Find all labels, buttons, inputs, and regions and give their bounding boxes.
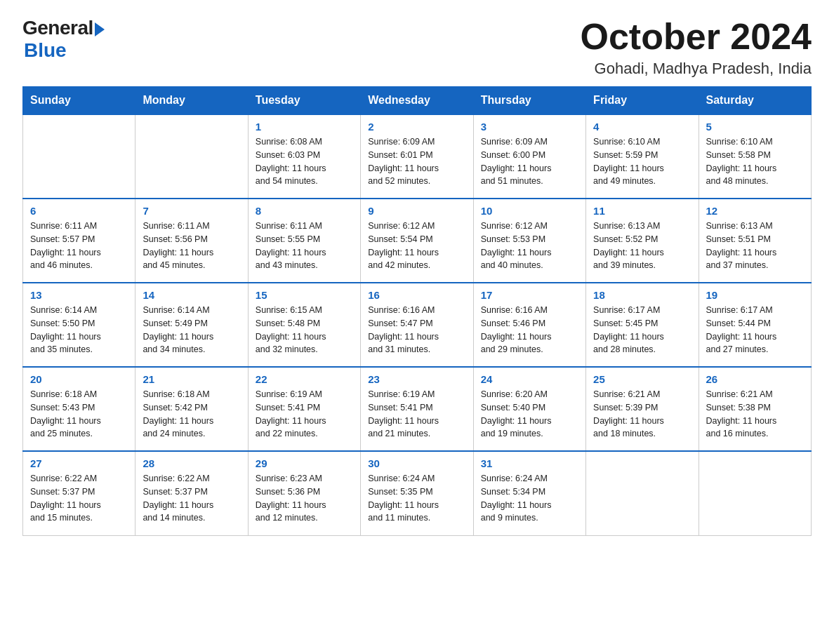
- week-row-1: 1Sunrise: 6:08 AM Sunset: 6:03 PM Daylig…: [23, 114, 812, 199]
- calendar-cell: 12Sunrise: 6:13 AM Sunset: 5:51 PM Dayli…: [699, 199, 811, 283]
- day-info: Sunrise: 6:10 AM Sunset: 5:59 PM Dayligh…: [593, 135, 691, 188]
- day-info: Sunrise: 6:17 AM Sunset: 5:44 PM Dayligh…: [706, 304, 804, 356]
- col-header-sunday: Sunday: [23, 87, 135, 115]
- day-info: Sunrise: 6:19 AM Sunset: 5:41 PM Dayligh…: [368, 388, 465, 441]
- calendar-cell: 15Sunrise: 6:15 AM Sunset: 5:48 PM Dayli…: [248, 283, 360, 367]
- calendar-cell: 11Sunrise: 6:13 AM Sunset: 5:52 PM Dayli…: [586, 199, 699, 283]
- day-number: 5: [706, 121, 804, 133]
- col-header-monday: Monday: [135, 87, 248, 115]
- day-info: Sunrise: 6:21 AM Sunset: 5:38 PM Dayligh…: [706, 388, 804, 441]
- logo-arrow-icon: [95, 22, 105, 36]
- day-number: 28: [143, 457, 240, 469]
- month-title: October 2024: [581, 17, 812, 57]
- calendar-cell: 7Sunrise: 6:11 AM Sunset: 5:56 PM Daylig…: [135, 199, 248, 283]
- day-info: Sunrise: 6:12 AM Sunset: 5:53 PM Dayligh…: [481, 220, 578, 272]
- week-row-5: 27Sunrise: 6:22 AM Sunset: 5:37 PM Dayli…: [23, 451, 812, 535]
- calendar-cell: 10Sunrise: 6:12 AM Sunset: 5:53 PM Dayli…: [473, 199, 585, 283]
- calendar-cell: 23Sunrise: 6:19 AM Sunset: 5:41 PM Dayli…: [361, 367, 473, 451]
- day-info: Sunrise: 6:23 AM Sunset: 5:36 PM Dayligh…: [256, 472, 353, 525]
- day-info: Sunrise: 6:24 AM Sunset: 5:35 PM Dayligh…: [368, 472, 465, 525]
- calendar-cell: 6Sunrise: 6:11 AM Sunset: 5:57 PM Daylig…: [23, 199, 135, 283]
- day-info: Sunrise: 6:11 AM Sunset: 5:57 PM Dayligh…: [30, 220, 128, 272]
- calendar-cell: 13Sunrise: 6:14 AM Sunset: 5:50 PM Dayli…: [23, 283, 135, 367]
- day-number: 17: [481, 289, 578, 301]
- logo-general-text: General: [22, 17, 93, 39]
- day-number: 24: [481, 373, 578, 385]
- col-header-thursday: Thursday: [473, 87, 585, 115]
- day-info: Sunrise: 6:13 AM Sunset: 5:52 PM Dayligh…: [593, 220, 691, 272]
- calendar-cell: 29Sunrise: 6:23 AM Sunset: 5:36 PM Dayli…: [248, 451, 360, 535]
- day-headers-row: SundayMondayTuesdayWednesdayThursdayFrid…: [23, 87, 812, 115]
- day-number: 3: [481, 121, 578, 133]
- calendar-cell: 16Sunrise: 6:16 AM Sunset: 5:47 PM Dayli…: [361, 283, 473, 367]
- day-number: 11: [593, 205, 691, 217]
- day-number: 9: [368, 205, 465, 217]
- day-number: 18: [593, 289, 691, 301]
- calendar-cell: 14Sunrise: 6:14 AM Sunset: 5:49 PM Dayli…: [135, 283, 248, 367]
- calendar-cell: [586, 451, 699, 535]
- calendar-cell: 20Sunrise: 6:18 AM Sunset: 5:43 PM Dayli…: [23, 367, 135, 451]
- day-number: 21: [143, 373, 240, 385]
- day-number: 31: [481, 457, 578, 469]
- col-header-tuesday: Tuesday: [248, 87, 360, 115]
- day-number: 1: [256, 121, 353, 133]
- week-row-2: 6Sunrise: 6:11 AM Sunset: 5:57 PM Daylig…: [23, 199, 812, 283]
- day-info: Sunrise: 6:13 AM Sunset: 5:51 PM Dayligh…: [706, 220, 804, 272]
- day-info: Sunrise: 6:15 AM Sunset: 5:48 PM Dayligh…: [256, 304, 353, 356]
- calendar-cell: [135, 114, 248, 199]
- calendar-cell: 19Sunrise: 6:17 AM Sunset: 5:44 PM Dayli…: [699, 283, 811, 367]
- day-number: 26: [706, 373, 804, 385]
- calendar-cell: 21Sunrise: 6:18 AM Sunset: 5:42 PM Dayli…: [135, 367, 248, 451]
- day-number: 8: [256, 205, 353, 217]
- day-number: 14: [143, 289, 240, 301]
- day-info: Sunrise: 6:09 AM Sunset: 6:00 PM Dayligh…: [481, 135, 578, 188]
- calendar-cell: 1Sunrise: 6:08 AM Sunset: 6:03 PM Daylig…: [248, 114, 360, 199]
- calendar-cell: 24Sunrise: 6:20 AM Sunset: 5:40 PM Dayli…: [473, 367, 585, 451]
- day-info: Sunrise: 6:14 AM Sunset: 5:50 PM Dayligh…: [30, 304, 128, 356]
- day-info: Sunrise: 6:09 AM Sunset: 6:01 PM Dayligh…: [368, 135, 465, 188]
- day-info: Sunrise: 6:08 AM Sunset: 6:03 PM Dayligh…: [256, 135, 353, 188]
- day-number: 23: [368, 373, 465, 385]
- day-number: 13: [30, 289, 128, 301]
- logo: General Blue: [22, 17, 105, 62]
- day-number: 22: [256, 373, 353, 385]
- calendar-cell: 8Sunrise: 6:11 AM Sunset: 5:55 PM Daylig…: [248, 199, 360, 283]
- title-block: October 2024 Gohadi, Madhya Pradesh, Ind…: [581, 17, 812, 78]
- logo-blue-text: Blue: [24, 39, 105, 62]
- day-info: Sunrise: 6:22 AM Sunset: 5:37 PM Dayligh…: [30, 472, 128, 525]
- page-header: General Blue October 2024 Gohadi, Madhya…: [22, 17, 812, 78]
- day-number: 30: [368, 457, 465, 469]
- calendar-cell: 9Sunrise: 6:12 AM Sunset: 5:54 PM Daylig…: [361, 199, 473, 283]
- day-info: Sunrise: 6:21 AM Sunset: 5:39 PM Dayligh…: [593, 388, 691, 441]
- day-number: 12: [706, 205, 804, 217]
- day-number: 15: [256, 289, 353, 301]
- col-header-wednesday: Wednesday: [361, 87, 473, 115]
- calendar-cell: 31Sunrise: 6:24 AM Sunset: 5:34 PM Dayli…: [473, 451, 585, 535]
- col-header-friday: Friday: [586, 87, 699, 115]
- col-header-saturday: Saturday: [699, 87, 811, 115]
- day-number: 27: [30, 457, 128, 469]
- week-row-3: 13Sunrise: 6:14 AM Sunset: 5:50 PM Dayli…: [23, 283, 812, 367]
- calendar-cell: 30Sunrise: 6:24 AM Sunset: 5:35 PM Dayli…: [361, 451, 473, 535]
- calendar-table: SundayMondayTuesdayWednesdayThursdayFrid…: [22, 86, 812, 536]
- day-info: Sunrise: 6:12 AM Sunset: 5:54 PM Dayligh…: [368, 220, 465, 272]
- day-info: Sunrise: 6:10 AM Sunset: 5:58 PM Dayligh…: [706, 135, 804, 188]
- calendar-cell: [699, 451, 811, 535]
- day-info: Sunrise: 6:19 AM Sunset: 5:41 PM Dayligh…: [256, 388, 353, 441]
- day-number: 20: [30, 373, 128, 385]
- calendar-cell: 18Sunrise: 6:17 AM Sunset: 5:45 PM Dayli…: [586, 283, 699, 367]
- day-number: 6: [30, 205, 128, 217]
- calendar-cell: 3Sunrise: 6:09 AM Sunset: 6:00 PM Daylig…: [473, 114, 585, 199]
- day-number: 25: [593, 373, 691, 385]
- day-info: Sunrise: 6:18 AM Sunset: 5:42 PM Dayligh…: [143, 388, 240, 441]
- day-info: Sunrise: 6:17 AM Sunset: 5:45 PM Dayligh…: [593, 304, 691, 356]
- calendar-cell: 28Sunrise: 6:22 AM Sunset: 5:37 PM Dayli…: [135, 451, 248, 535]
- day-info: Sunrise: 6:16 AM Sunset: 5:46 PM Dayligh…: [481, 304, 578, 356]
- calendar-cell: 4Sunrise: 6:10 AM Sunset: 5:59 PM Daylig…: [586, 114, 699, 199]
- calendar-cell: 2Sunrise: 6:09 AM Sunset: 6:01 PM Daylig…: [361, 114, 473, 199]
- day-info: Sunrise: 6:14 AM Sunset: 5:49 PM Dayligh…: [143, 304, 240, 356]
- day-number: 7: [143, 205, 240, 217]
- calendar-cell: 5Sunrise: 6:10 AM Sunset: 5:58 PM Daylig…: [699, 114, 811, 199]
- day-info: Sunrise: 6:11 AM Sunset: 5:55 PM Dayligh…: [256, 220, 353, 272]
- day-number: 10: [481, 205, 578, 217]
